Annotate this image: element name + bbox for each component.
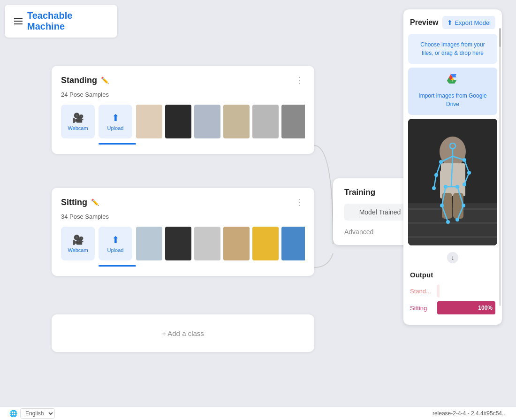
sitting-fig-1 — [136, 227, 162, 260]
sitting-webcam-icon: 🎥 — [72, 234, 84, 245]
footer: 🌐 English release-2-4-4 - 2.4.4#95c54... — [0, 407, 516, 420]
standing-upload-label: Upload — [107, 125, 124, 131]
class-header-sitting: Sitting ✏️ ⋮ — [61, 197, 305, 207]
skeleton-svg — [408, 119, 497, 245]
upload-text: Choose images from your files, or drag &… — [420, 41, 485, 56]
svg-point-26 — [439, 160, 443, 164]
standing-edit-icon[interactable]: ✏️ — [101, 76, 109, 84]
preview-panel: Preview ⬆ Export Model Choose images fro… — [403, 9, 502, 325]
svg-point-29 — [467, 171, 471, 175]
svg-point-30 — [432, 186, 436, 190]
standing-samples-row: 🎥 Webcam ⬆ Upload — [61, 105, 305, 138]
sitting-fig-6 — [281, 227, 305, 260]
standing-fig-1 — [136, 105, 162, 138]
standing-class-card: Standing ✏️ ⋮ 24 Pose Samples 🎥 Webcam ⬆… — [52, 66, 314, 154]
svg-text:+: + — [452, 79, 454, 83]
preview-header: Preview ⬆ Export Model — [403, 9, 502, 34]
advanced-label: Advanced — [344, 228, 373, 236]
output-title: Output — [410, 271, 495, 279]
standing-bar — [437, 284, 440, 298]
sitting-sample-count: 34 Pose Samples — [61, 213, 305, 220]
export-icon: ⬆ — [447, 19, 453, 26]
drive-icon: + — [415, 74, 491, 90]
footer-language: 🌐 English — [9, 408, 55, 419]
standing-more-icon[interactable]: ⋮ — [296, 75, 305, 85]
webcam-icon: 🎥 — [72, 112, 84, 123]
svg-point-32 — [444, 185, 448, 189]
sitting-webcam-label: Webcam — [68, 247, 88, 253]
standing-output-label: Stand... — [410, 288, 433, 295]
sitting-fig-5 — [252, 227, 279, 260]
sitting-upload-icon: ⬆ — [112, 234, 120, 245]
svg-point-28 — [434, 173, 438, 177]
sitting-title-group: Sitting ✏️ — [61, 198, 99, 207]
upload-icon: ⬆ — [112, 112, 120, 123]
standing-webcam-label: Webcam — [68, 125, 88, 131]
upload-area[interactable]: Choose images from your files, or drag &… — [408, 34, 497, 64]
svg-rect-5 — [408, 236, 497, 238]
svg-point-35 — [462, 204, 465, 207]
preview-scrollbar[interactable] — [499, 28, 501, 306]
sitting-figures — [136, 227, 305, 260]
standing-fig-5 — [252, 105, 279, 138]
export-model-button[interactable]: ⬆ Export Model — [442, 16, 495, 29]
app-header: Teachable Machine — [5, 5, 117, 38]
menu-button[interactable] — [14, 18, 23, 24]
version-label: release-2-4-4 - 2.4.4#95c54... — [433, 410, 507, 417]
app-title: Teachable Machine — [27, 10, 108, 32]
sitting-fig-2 — [165, 227, 191, 260]
drive-text: Import images from Google Drive — [418, 92, 486, 107]
svg-point-31 — [463, 183, 466, 186]
sitting-webcam-button[interactable]: 🎥 Webcam — [61, 227, 95, 260]
standing-scroll-indicator — [99, 143, 136, 145]
export-label: Export Model — [455, 19, 491, 26]
svg-rect-4 — [408, 222, 497, 224]
standing-fig-6 — [281, 105, 305, 138]
sitting-class-card: Sitting ✏️ ⋮ 34 Pose Samples 🎥 Webcam ⬆ … — [52, 188, 314, 276]
arrow-down-container: ↓ — [403, 249, 502, 266]
sitting-samples-row: 🎥 Webcam ⬆ Upload — [61, 227, 305, 260]
class-header-standing: Standing ✏️ ⋮ — [61, 75, 305, 85]
standing-fig-4 — [223, 105, 250, 138]
sitting-upload-label: Upload — [107, 247, 124, 253]
standing-fig-2 — [165, 105, 191, 138]
svg-point-37 — [455, 218, 459, 221]
drive-area[interactable]: + Import images from Google Drive — [408, 68, 497, 115]
standing-title-group: Standing ✏️ — [61, 76, 109, 85]
pose-preview-image — [408, 119, 497, 245]
arrow-down-icon: ↓ — [447, 252, 458, 263]
svg-point-33 — [455, 185, 459, 189]
output-row-sitting: Sitting 100% — [410, 301, 495, 314]
sitting-scroll-indicator — [99, 265, 136, 267]
svg-rect-3 — [408, 208, 497, 210]
language-select[interactable]: English — [20, 408, 55, 419]
sitting-pct: 100% — [478, 305, 493, 311]
standing-webcam-button[interactable]: 🎥 Webcam — [61, 105, 95, 138]
sitting-edit-icon[interactable]: ✏️ — [91, 199, 99, 206]
add-class-card[interactable]: + Add a class — [52, 314, 314, 352]
svg-point-27 — [463, 158, 466, 162]
sitting-fig-4 — [223, 227, 250, 260]
sitting-fig-3 — [194, 227, 220, 260]
sitting-output-label: Sitting — [410, 305, 433, 312]
standing-title: Standing — [61, 76, 97, 85]
sitting-bar-container: 100% — [437, 301, 495, 314]
svg-point-36 — [446, 220, 450, 224]
standing-upload-button[interactable]: ⬆ Upload — [99, 105, 132, 138]
standing-sample-count: 24 Pose Samples — [61, 91, 305, 98]
standing-figures — [136, 105, 305, 138]
globe-icon: 🌐 — [9, 410, 17, 417]
standing-fig-3 — [194, 105, 220, 138]
standing-bar-container — [437, 284, 495, 298]
sitting-upload-button[interactable]: ⬆ Upload — [99, 227, 132, 260]
add-class-label: + Add a class — [162, 329, 204, 337]
sitting-more-icon[interactable]: ⋮ — [296, 197, 305, 207]
output-row-stand: Stand... — [410, 284, 495, 298]
svg-point-34 — [440, 204, 444, 207]
output-section: Output Stand... Sitting 100% — [403, 266, 502, 325]
preview-scroll-thumb — [499, 28, 501, 47]
sitting-title: Sitting — [61, 198, 87, 207]
preview-title: Preview — [410, 18, 438, 27]
